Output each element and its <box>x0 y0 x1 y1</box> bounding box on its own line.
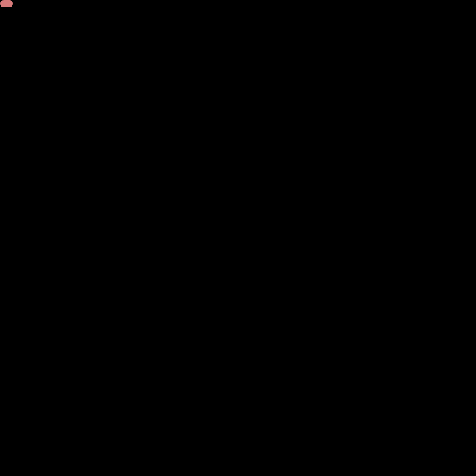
chart-frame <box>0 0 476 476</box>
curve-minimum-marker <box>0 0 13 7</box>
bottleneck-curve <box>18 18 458 458</box>
